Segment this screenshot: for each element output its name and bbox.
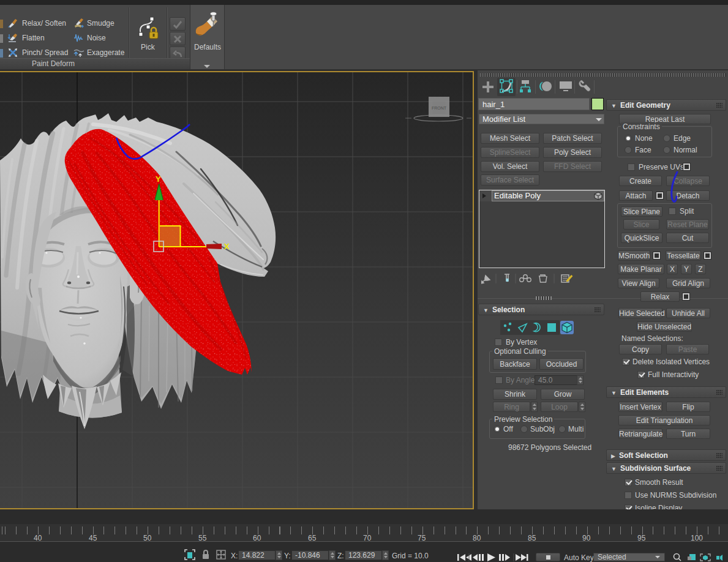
svg-text:FRONT: FRONT [432,106,447,110]
svg-text:X: X [224,242,230,251]
svg-text:Y: Y [156,174,161,184]
